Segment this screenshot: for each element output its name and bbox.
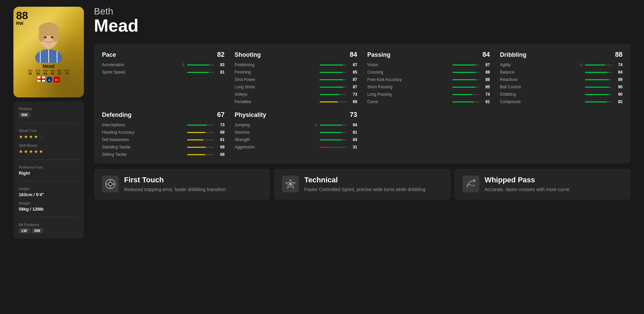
vision-value: 87 <box>482 62 490 67</box>
player-header: Beth Mead <box>94 7 631 39</box>
playstyle-technical: Technical Faster Controlled Sprint, prec… <box>274 169 450 200</box>
stat-category-defending: Defending 67 Interceptions 73 Heading Ac… <box>102 111 225 157</box>
svg-text:FC: FC <box>55 79 58 81</box>
stamina-label: Stamina <box>235 130 309 135</box>
jumping-label: Jumping <box>235 123 309 127</box>
dribbling-sub-label: Dribbling <box>500 92 575 97</box>
dribbling-header: Dribbling 88 <box>500 51 623 58</box>
stat-volleys: Volleys 73 <box>235 92 358 97</box>
free-kick-accuracy-value: 88 <box>482 77 490 82</box>
long-passing-value: 74 <box>482 92 490 97</box>
interceptions-label: Interceptions <box>102 123 176 127</box>
composure-value: 82 <box>614 99 623 104</box>
svg-point-5 <box>52 30 59 42</box>
volleys-label: Volleys <box>235 92 309 97</box>
weight-row: Weight 58kg / 128lb <box>19 201 78 212</box>
curve-label: Curve <box>367 99 442 104</box>
stat-interceptions: Interceptions 73 <box>102 123 225 127</box>
stat-jumping: Jumping -1 84 <box>235 123 358 127</box>
penalties-label: Penalties <box>235 99 309 104</box>
alt-positions-badges: LW RM <box>19 228 78 233</box>
stat-reactions: Reactions 89 <box>500 77 623 82</box>
whipped-pass-info: Whipped Pass Accurate, faster crosses wi… <box>485 176 570 193</box>
stat-def-awareness: Def Awareness 61 <box>102 137 225 142</box>
balance-value: 84 <box>614 70 623 75</box>
position-label: Position <box>19 107 78 111</box>
sprint-speed-label: Sprint Speed <box>102 70 176 75</box>
weight-value: 58kg / 128lb <box>19 207 78 212</box>
left-panel: 88 RW <box>13 7 84 239</box>
stat-balance: Balance 84 <box>500 70 623 75</box>
stat-positioning: Positioning 87 <box>235 62 358 67</box>
stat-composure: Composure 82 <box>500 99 623 104</box>
first-touch-icon <box>102 176 119 192</box>
acceleration-value: 83 <box>217 62 225 67</box>
long-passing-label: Long Passing <box>367 92 442 97</box>
position-row: Position RW <box>19 107 78 118</box>
defending-value: 67 <box>217 111 224 119</box>
whipped-pass-name: Whipped Pass <box>485 176 570 184</box>
stat-sliding-tackle: Sliding Tackle 68 <box>102 152 225 157</box>
pace-label: Pace <box>102 51 116 58</box>
finishing-value: 85 <box>349 70 357 75</box>
sliding-tackle-value: 68 <box>217 152 225 157</box>
stat-category-physicality: Physicality 73 Jumping -1 84 Stamina 81 … <box>235 111 358 157</box>
stamina-value: 81 <box>349 130 357 135</box>
stat-finishing: Finishing 85 <box>235 70 358 75</box>
weak-foot-label: Weak Foot <box>19 129 78 133</box>
stat-strength: Strength 84 <box>235 137 358 142</box>
weight-label: Weight <box>19 201 78 205</box>
skill-moves-row: Skill Moves ★★★★★ <box>19 143 78 154</box>
volleys-value: 73 <box>349 92 357 97</box>
stat-ball-control: Ball Control 90 <box>500 85 623 89</box>
sliding-tackle-label: Sliding Tackle <box>102 152 176 157</box>
dribbling-label: Dribbling <box>500 51 527 58</box>
aggression-value: 31 <box>349 145 357 149</box>
agility-modifier: -2 <box>577 63 582 67</box>
stat-agility: Agility -2 74 <box>500 62 623 67</box>
def-awareness-value: 61 <box>217 137 225 142</box>
positioning-value: 87 <box>349 62 357 67</box>
height-label: Height <box>19 187 78 191</box>
composure-label: Composure <box>500 99 575 104</box>
acceleration-label: Acceleration <box>102 62 176 67</box>
player-image <box>27 23 70 63</box>
crossing-value: 88 <box>482 70 490 75</box>
acceleration-modifier: -3 <box>179 63 184 67</box>
technical-desc: Faster Controlled Sprint, precise wide t… <box>304 186 425 193</box>
shot-power-value: 87 <box>349 77 357 82</box>
player-last-name: Mead <box>94 16 631 35</box>
long-shots-label: Long Shots <box>235 85 309 89</box>
svg-text:A: A <box>48 79 50 82</box>
stat-short-passing: Short Passing 85 <box>367 85 490 89</box>
jumping-value: 84 <box>349 123 357 127</box>
alt-positions-label: Alt Positions <box>19 223 78 227</box>
skill-moves-label: Skill Moves <box>19 143 78 147</box>
skill-moves-stars: ★★★★★ <box>19 149 78 154</box>
whipped-pass-icon <box>463 176 479 192</box>
stat-standing-tackle: Standing Tackle 69 <box>102 145 225 149</box>
stat-vision: Vision 87 <box>367 62 490 67</box>
playstyles-row: First Touch Reduced trapping error, fast… <box>94 169 631 200</box>
svg-point-19 <box>108 182 112 186</box>
stat-dribbling-sub: Dribbling 90 <box>500 92 623 97</box>
free-kick-accuracy-label: Free Kick Accuracy <box>367 77 442 82</box>
penalties-value: 68 <box>349 99 357 104</box>
shooting-value: 84 <box>350 51 357 58</box>
reactions-value: 89 <box>614 77 623 82</box>
jumping-modifier: -1 <box>312 123 317 127</box>
playstyle-whipped-pass: Whipped Pass Accurate, faster crosses wi… <box>454 169 631 200</box>
playstyle-first-touch: First Touch Reduced trapping error, fast… <box>94 169 270 200</box>
svg-point-6 <box>44 36 47 38</box>
stat-acceleration: Acceleration -3 83 <box>102 62 225 67</box>
preferred-foot-label: Preferred Foot <box>19 165 78 169</box>
physicality-header: Physicality 73 <box>235 111 358 119</box>
passing-header: Passing 84 <box>367 51 490 58</box>
player-first-name: Beth <box>94 7 631 16</box>
technical-info: Technical Faster Controlled Sprint, prec… <box>304 176 425 193</box>
passing-value: 84 <box>482 51 490 58</box>
technical-icon <box>282 176 299 192</box>
weak-foot-stars: ★★★★☆ <box>19 134 78 139</box>
physicality-value: 73 <box>350 111 357 119</box>
short-passing-value: 85 <box>482 85 490 89</box>
